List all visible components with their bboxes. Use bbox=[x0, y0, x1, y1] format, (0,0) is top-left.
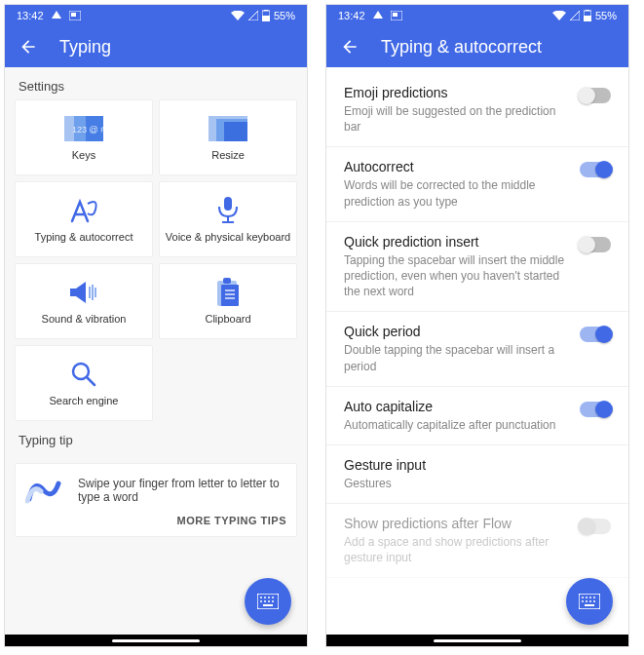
status-time: 13:42 bbox=[338, 10, 365, 21]
card-resize[interactable]: Resize bbox=[159, 99, 297, 175]
svg-rect-36 bbox=[584, 16, 591, 21]
android-navbar[interactable] bbox=[5, 635, 307, 646]
keys-icon: 123 @ # bbox=[64, 114, 103, 143]
item-auto-capitalize[interactable]: Auto capitalize Automatically capitalize… bbox=[326, 387, 628, 445]
card-label: Resize bbox=[211, 149, 245, 161]
battery-text: 55% bbox=[274, 10, 295, 21]
search-icon bbox=[64, 360, 103, 389]
card-sound-vibration[interactable]: Sound & vibration bbox=[15, 263, 153, 339]
status-icons-left bbox=[52, 11, 61, 20]
content-area: Settings 123 @ # Keys Resize Typing & au… bbox=[5, 67, 307, 635]
section-typing-tip: Typing tip bbox=[5, 421, 307, 453]
autocorrect-icon bbox=[64, 196, 103, 225]
item-subtitle: Emoji will be suggested on the predictio… bbox=[344, 103, 570, 135]
status-time: 13:42 bbox=[17, 10, 44, 21]
page-title: Typing bbox=[59, 37, 111, 58]
svg-point-29 bbox=[264, 600, 266, 602]
item-autocorrect[interactable]: Autocorrect Words will be corrected to t… bbox=[326, 147, 628, 221]
settings-list: Emoji predictions Emoji will be suggeste… bbox=[326, 67, 628, 584]
svg-point-27 bbox=[272, 597, 274, 598]
item-title: Quick prediction insert bbox=[344, 234, 570, 250]
svg-rect-12 bbox=[224, 197, 232, 211]
android-navbar[interactable] bbox=[326, 635, 628, 646]
card-keys[interactable]: 123 @ # Keys bbox=[15, 99, 153, 175]
svg-rect-4 bbox=[264, 10, 268, 11]
speaker-icon bbox=[64, 278, 103, 307]
keyboard-fab[interactable] bbox=[566, 578, 613, 625]
svg-point-39 bbox=[582, 597, 584, 598]
back-button[interactable] bbox=[340, 37, 360, 57]
item-subtitle: Gestures bbox=[344, 476, 611, 491]
swipe-icon bbox=[25, 474, 66, 507]
toggle-quick-period[interactable] bbox=[580, 327, 611, 342]
card-search-engine[interactable]: Search engine bbox=[15, 345, 153, 421]
toggle-emoji-predictions[interactable] bbox=[580, 88, 611, 103]
app-bar: Typing bbox=[5, 26, 307, 67]
phone-screen-autocorrect: 13:42 55% Typing & autocorrect bbox=[325, 4, 629, 647]
item-subtitle: Tapping the spacebar will insert the mid… bbox=[344, 252, 570, 300]
status-bar: 13:42 55% bbox=[5, 5, 307, 26]
card-typing-autocorrect[interactable]: Typing & autocorrect bbox=[15, 181, 153, 257]
toggle-show-predictions-after-flow bbox=[580, 519, 611, 534]
svg-point-30 bbox=[268, 600, 270, 602]
item-quick-period[interactable]: Quick period Double tapping the spacebar… bbox=[326, 312, 628, 386]
svg-point-25 bbox=[264, 597, 266, 598]
keyboard-fab[interactable] bbox=[245, 578, 291, 625]
item-show-predictions-after-flow: Show predictions after Flow Add a space … bbox=[326, 504, 628, 578]
more-tips-link[interactable]: MORE TYPING TIPS bbox=[25, 515, 286, 526]
signal-icon bbox=[570, 11, 580, 20]
settings-grid: 123 @ # Keys Resize Typing & autocorrect bbox=[5, 99, 307, 421]
item-title: Auto capitalize bbox=[344, 399, 570, 414]
svg-point-28 bbox=[260, 600, 262, 602]
item-emoji-predictions[interactable]: Emoji predictions Emoji will be suggeste… bbox=[326, 73, 628, 147]
svg-rect-11 bbox=[224, 122, 247, 141]
item-title: Show predictions after Flow bbox=[344, 516, 570, 531]
svg-point-45 bbox=[589, 600, 591, 602]
battery-icon bbox=[584, 10, 591, 21]
item-title: Autocorrect bbox=[344, 159, 570, 174]
item-subtitle: Add a space and show predictions after g… bbox=[344, 534, 570, 565]
card-label: Clipboard bbox=[205, 313, 250, 325]
battery-text: 55% bbox=[595, 10, 617, 21]
svg-point-40 bbox=[586, 597, 587, 598]
item-title: Gesture input bbox=[344, 457, 611, 473]
wifi-icon bbox=[552, 11, 566, 20]
page-title: Typing & autocorrect bbox=[381, 37, 542, 58]
card-label: Typing & autocorrect bbox=[35, 231, 133, 243]
card-label: Voice & physical keyboard bbox=[166, 231, 290, 243]
item-gesture-input[interactable]: Gesture input Gestures bbox=[326, 445, 628, 504]
resize-icon bbox=[208, 114, 247, 143]
microphone-icon bbox=[208, 196, 247, 225]
card-label: Keys bbox=[72, 149, 95, 161]
card-voice-keyboard[interactable]: Voice & physical keyboard bbox=[159, 181, 297, 257]
svg-rect-3 bbox=[262, 16, 270, 21]
svg-point-41 bbox=[589, 597, 591, 598]
toggle-autocorrect[interactable] bbox=[580, 162, 611, 177]
tip-text: Swipe your finger from letter to letter … bbox=[78, 477, 286, 504]
clipboard-icon bbox=[208, 278, 247, 307]
svg-point-24 bbox=[260, 597, 262, 598]
svg-rect-47 bbox=[585, 604, 594, 606]
status-icons-left bbox=[373, 11, 383, 20]
svg-point-46 bbox=[593, 600, 595, 602]
app-bar: Typing & autocorrect bbox=[326, 26, 628, 67]
status-screenshot-icon bbox=[69, 11, 81, 20]
svg-rect-32 bbox=[263, 604, 273, 606]
wifi-icon bbox=[231, 11, 245, 20]
toggle-auto-capitalize[interactable] bbox=[580, 402, 611, 417]
svg-point-44 bbox=[586, 600, 587, 602]
svg-rect-16 bbox=[223, 278, 231, 284]
svg-point-43 bbox=[582, 600, 584, 602]
svg-point-26 bbox=[268, 597, 270, 598]
item-title: Emoji predictions bbox=[344, 85, 570, 100]
status-screenshot-icon bbox=[391, 11, 402, 20]
toggle-quick-prediction-insert[interactable] bbox=[580, 237, 611, 252]
item-subtitle: Words will be corrected to the middle pr… bbox=[344, 177, 570, 209]
svg-rect-34 bbox=[393, 13, 398, 17]
item-subtitle: Automatically capitalize after punctuati… bbox=[344, 417, 570, 433]
status-bar: 13:42 55% bbox=[326, 5, 628, 26]
card-clipboard[interactable]: Clipboard bbox=[159, 263, 297, 339]
item-quick-prediction-insert[interactable]: Quick prediction insert Tapping the spac… bbox=[326, 222, 628, 313]
back-button[interactable] bbox=[19, 37, 38, 57]
content-area: Emoji predictions Emoji will be suggeste… bbox=[326, 67, 628, 635]
